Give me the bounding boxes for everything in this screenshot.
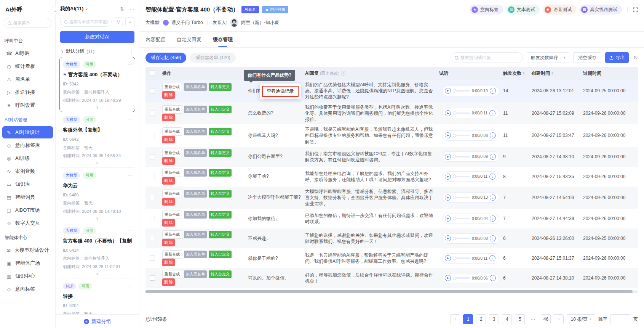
scrollbar-thumb[interactable] xyxy=(145,290,633,293)
page-3[interactable]: 3 xyxy=(489,314,499,324)
collapse-sidebar-icon[interactable]: ≡ xyxy=(52,7,59,14)
reply-cell[interactable]: 我是一名云蝠智能的AI客服，帮助解答关于云蝠智能产品的疑问。我们提供AI呼叫等服… xyxy=(302,252,436,264)
resynthesize-button[interactable]: 重新合成 xyxy=(162,169,182,177)
audio-player[interactable]: ▶0:00/0:13↓ xyxy=(442,192,499,203)
to-custom-button[interactable]: 转入自定义 xyxy=(209,83,232,91)
refresh-icon[interactable]: ↻ xyxy=(633,55,638,61)
chevron-down-icon[interactable]: ∨ xyxy=(85,7,88,11)
play-icon[interactable]: ▶ xyxy=(445,154,451,160)
reply-cell[interactable]: 我能帮您处理来电咨询，了解您的需求。我们的产品支持AI外呼、接听等服务，还能辅助… xyxy=(302,170,436,183)
row-checkbox[interactable] xyxy=(150,256,155,261)
play-icon[interactable]: ▶ xyxy=(445,255,451,261)
select-all-checkbox[interactable] xyxy=(150,71,155,76)
sidebar-item-phone[interactable]: ☎AI呼叫 xyxy=(2,47,53,59)
download-icon[interactable]: ↓ xyxy=(489,255,495,261)
sidebar-item-dictionary[interactable]: ▤智能词典 xyxy=(2,191,53,203)
action-文本测试[interactable]: ▤文本测试 xyxy=(506,5,540,14)
slider-track[interactable] xyxy=(455,176,470,177)
delete-button[interactable]: 删 除 xyxy=(162,239,175,246)
view-call-record-item[interactable]: 查看通话记录 xyxy=(262,86,299,97)
add-blacklist-button[interactable]: 加入黑名单 xyxy=(184,169,207,177)
reply-cell[interactable]: 我们位于南京市栖霞区兴智科技园C20层，专注于AI数字化销售解决方案。有任何疑问… xyxy=(302,151,436,163)
ai-card[interactable]: 大模型可用⋯官方客服 400（不要动）【复制】ID: 6414意向标签意向标签呼… xyxy=(59,223,135,278)
audio-player[interactable]: ▶0:00/0:08↓ xyxy=(442,233,499,244)
add-blacklist-button[interactable]: 加入黑名单 xyxy=(184,270,207,278)
slider-track[interactable] xyxy=(455,156,470,158)
question-cell[interactable]: 这个大模型呼叫都能干嘛? xyxy=(245,194,302,201)
horizontal-scrollbar[interactable] xyxy=(145,290,638,293)
play-icon[interactable]: ▶ xyxy=(445,88,451,94)
resynthesize-button[interactable]: 重新合成 xyxy=(162,230,182,239)
more-icon[interactable]: ⋯ xyxy=(127,173,132,178)
question-cell[interactable]: 你加我的微信。 xyxy=(245,215,302,222)
slider-track[interactable] xyxy=(455,197,470,198)
clear-cache-button[interactable]: 清空缓存 xyxy=(573,52,601,63)
new-dialog-ai-button[interactable]: 新建对话AI xyxy=(60,31,134,43)
more-icon[interactable]: ⋯ xyxy=(129,6,134,12)
sidebar-item-blacklist[interactable]: ⚠黑名单 xyxy=(2,73,53,85)
download-icon[interactable]: ↓ xyxy=(490,275,496,281)
more-icon[interactable]: ⋯ xyxy=(127,228,132,233)
sidebar-item-aibot-market[interactable]: ▢AiBOT市场 xyxy=(2,204,53,216)
ai-card[interactable]: NLP可用⋯转接ID: 6204意向标签暂无创建时间: 2024-08-22 1… xyxy=(59,278,135,314)
row-checkbox[interactable] xyxy=(150,216,155,221)
to-custom-button[interactable]: 转入自定义 xyxy=(209,190,232,198)
audio-player[interactable]: ▶0:00/0:06↓ xyxy=(442,273,499,283)
download-icon[interactable]: ↓ xyxy=(489,110,495,116)
add-blacklist-button[interactable]: 加入黑名单 xyxy=(184,251,207,258)
download-icon[interactable]: ↓ xyxy=(490,132,496,138)
to-custom-button[interactable]: 转入自定义 xyxy=(209,251,232,258)
reply-cell[interactable]: 已添加您的微信，期待进一步交流！有任何问题或需求，欢迎随时联系。 xyxy=(302,212,436,225)
to-custom-button[interactable]: 转入自定义 xyxy=(209,128,232,135)
new-group-button[interactable]: + 新建分组 xyxy=(56,314,139,328)
resynthesize-button[interactable]: 重新合成 xyxy=(162,105,182,114)
expand-icon[interactable]: ∨ xyxy=(63,160,132,165)
group-header[interactable]: ∨ 默认分组 (11) ⋮ xyxy=(56,45,139,57)
expand-icon[interactable]: ∨ xyxy=(63,215,132,220)
page-1[interactable]: 1 xyxy=(463,314,473,324)
add-blacklist-button[interactable]: 加入黑名单 xyxy=(184,190,207,198)
slider-track[interactable] xyxy=(455,218,470,219)
delete-button[interactable]: 删 除 xyxy=(162,177,175,185)
question-cell[interactable]: 可以的。加个微信。 xyxy=(245,275,302,281)
ai-search[interactable] xyxy=(60,17,112,27)
delete-button[interactable]: 删 除 xyxy=(162,91,175,99)
audio-player[interactable]: ▶0:00/0:11↓ xyxy=(442,253,499,264)
add-blacklist-button[interactable]: 加入黑名单 xyxy=(184,106,207,113)
sidebar-item-dialog-design[interactable]: ✎AI对话设计 xyxy=(2,126,53,138)
delete-button[interactable]: 删 除 xyxy=(162,259,175,266)
fullscreen-icon[interactable] xyxy=(633,7,638,12)
expand-icon[interactable]: ∨ xyxy=(63,271,132,276)
user-portrait-badge[interactable]: ☻用户肖像 xyxy=(262,6,289,13)
add-blacklist-button[interactable]: 加入黑名单 xyxy=(184,211,207,219)
download-icon[interactable]: ↓ xyxy=(489,174,495,180)
tab-缓存管理[interactable]: 缓存管理 xyxy=(213,36,233,47)
expand-icon[interactable]: ∨ xyxy=(63,105,132,109)
sidebar-item-llm-dialog[interactable]: ✉大模型对话设计 xyxy=(2,244,53,256)
add-blacklist-button[interactable]: 加入黑名单 xyxy=(184,83,207,91)
reply-cell[interactable]: 不是哦，我是云蝠智能的AI客服，虽然我看起来像机器人，但我的目标是提供专业的服务… xyxy=(302,126,436,145)
slider-track[interactable] xyxy=(455,113,470,114)
download-icon[interactable]: ↓ xyxy=(490,154,496,160)
page-5[interactable]: 5 xyxy=(515,314,525,324)
add-blacklist-button[interactable]: 加入黑名单 xyxy=(184,231,207,238)
reply-cell[interactable]: 了解您的选择，感谢您的关注。如果您有其他需求或疑问，欢迎随时联系我们。祝您有美好… xyxy=(302,232,436,244)
play-icon[interactable]: ▶ xyxy=(445,275,451,281)
resynthesize-button[interactable]: 重新合成 xyxy=(162,83,182,91)
to-custom-button[interactable]: 转入自定义 xyxy=(209,270,232,278)
delete-button[interactable]: 删 除 xyxy=(162,136,175,143)
page-46[interactable]: 46 xyxy=(541,314,551,324)
download-icon[interactable]: ↓ xyxy=(490,88,496,94)
play-icon[interactable]: ▶ xyxy=(445,235,451,241)
sidebar-item-knowledge-center[interactable]: ▥知识中心 xyxy=(2,270,53,282)
row-checkbox[interactable] xyxy=(150,236,155,241)
sort-icon[interactable]: ▲▼ xyxy=(551,71,553,75)
sidebar-item-digital-human[interactable]: ☺数字人交互 xyxy=(2,217,53,229)
ai-name-badge[interactable]: AI命名 xyxy=(241,6,259,13)
more-icon[interactable]: ⋯ xyxy=(127,117,132,122)
delete-button[interactable]: 删 除 xyxy=(162,198,175,206)
question-cell[interactable]: 你能干啥? xyxy=(245,173,302,180)
sidebar-item-audio-case[interactable]: ∿案例音频 xyxy=(2,165,53,177)
row-checkbox[interactable] xyxy=(150,111,155,116)
to-custom-button[interactable]: 转入自定义 xyxy=(209,149,232,157)
